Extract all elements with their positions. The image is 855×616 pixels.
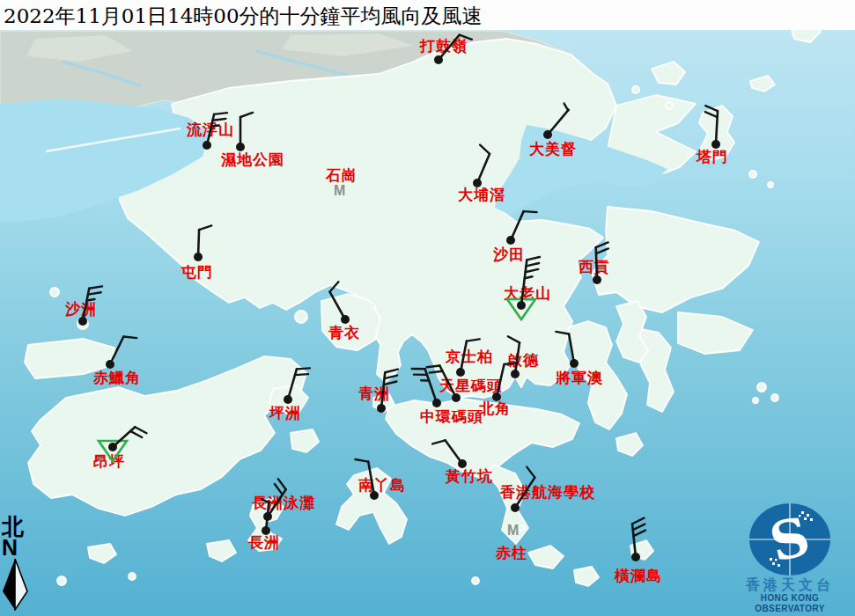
station-dot [492, 392, 501, 401]
station-dot [506, 236, 515, 245]
station-dot [78, 317, 87, 326]
station-dot [570, 359, 579, 368]
station-dot [517, 301, 526, 310]
hko-logo: S 香港天文台 HONG KONG OBSERVATORY [728, 502, 851, 614]
svg-text:M: M [507, 523, 519, 538]
station-wind-barb [543, 104, 569, 139]
station-dot [194, 253, 203, 261]
station-wind-barb [203, 113, 227, 150]
station-wind-barb [456, 339, 480, 377]
station-wind-barb [434, 35, 472, 64]
station-wind-barb [507, 257, 540, 319]
hko-name-chinese: 香港天文台 [728, 576, 851, 593]
station-wind-barb [631, 518, 645, 561]
station-wind-barb [78, 286, 102, 326]
station-wind-barb [511, 467, 534, 512]
station-wind-barb [355, 459, 379, 500]
station-wind-barb [556, 332, 579, 368]
station-dot [543, 130, 552, 139]
station-dot [458, 459, 467, 468]
station-dot [341, 315, 350, 324]
station-wind-barb [508, 336, 520, 378]
station-dot [452, 393, 461, 402]
station-dot [711, 140, 720, 149]
station-dot [377, 404, 386, 413]
north-arrow-icon [2, 558, 28, 611]
station-wind-barb [99, 427, 147, 461]
station-wind-barb [705, 106, 720, 149]
station-dot [203, 141, 211, 150]
station-dot [432, 399, 441, 407]
station-dot [631, 553, 640, 561]
station-dot [284, 395, 292, 404]
station-dot [511, 503, 520, 512]
wind-map-screen: 打鼓嶺流浮山濕地公園石崗大美督大埔滘塔門沙田西貢大老山屯門沙洲赤鱲角青衣坪洲青洲… [0, 0, 855, 616]
station-wind-barb [473, 145, 490, 187]
station-dot [456, 368, 465, 377]
station-wind-barb [236, 113, 253, 151]
station-wind-barb [330, 282, 350, 324]
station-wind-barb [426, 365, 461, 402]
station-dot [106, 360, 114, 369]
station-missing-marker: M [507, 523, 519, 538]
station-wind-barb [492, 363, 517, 401]
station-wind-barb [194, 225, 211, 261]
hko-logo-icon: S [746, 502, 834, 576]
station-dot [473, 179, 482, 187]
station-dot [511, 370, 520, 378]
station-dot [370, 491, 379, 500]
title-bar: 2022年11月01日14時00分的十分鐘平均風向及風速 [0, 0, 855, 30]
station-wind-barb [593, 242, 608, 284]
station-wind-barb [506, 211, 537, 245]
svg-text:M: M [334, 183, 345, 198]
map-title: 2022年11月01日14時00分的十分鐘平均風向及風速 [4, 3, 483, 30]
wind-barb-layer: MM [0, 0, 855, 616]
station-wind-barb [432, 440, 467, 468]
station-wind-barb [412, 369, 441, 407]
station-missing-marker: M [334, 183, 345, 198]
station-wind-barb [377, 370, 398, 413]
station-dot [593, 275, 601, 284]
station-dot [262, 526, 270, 535]
station-dot [108, 443, 117, 451]
north-compass: 北 N [2, 516, 32, 614]
north-letter: N [2, 538, 32, 558]
station-dot [236, 143, 245, 151]
station-dot [434, 55, 443, 64]
station-wind-barb [106, 337, 136, 369]
station-wind-barb [284, 368, 310, 404]
hko-name-english: HONG KONG OBSERVATORY [728, 593, 851, 614]
